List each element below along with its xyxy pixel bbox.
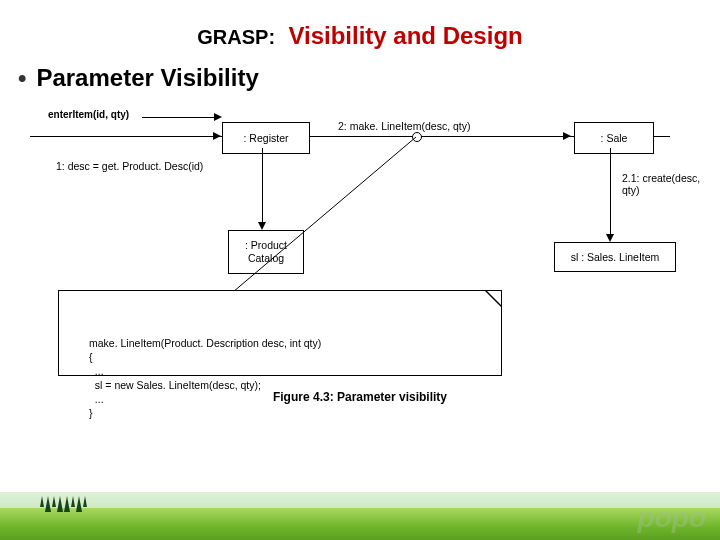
label-create: 2.1: create(desc, qty) xyxy=(622,172,702,196)
label-make: 2: make. LineItem(desc, qty) xyxy=(338,120,470,132)
note-code: make. LineItem(Product. Description desc… xyxy=(89,336,321,421)
title-main: Visibility and Design xyxy=(288,22,522,49)
object-sli: sl : Sales. LineItem xyxy=(554,242,676,272)
bullet-text: Parameter Visibility xyxy=(36,64,258,91)
dog-ear-mask xyxy=(487,291,501,305)
arrow-enter-stem xyxy=(142,117,216,118)
object-sale: : Sale xyxy=(574,122,654,154)
note-box: make. LineItem(Product. Description desc… xyxy=(58,290,502,376)
link-sale-sli xyxy=(610,148,611,240)
footer-trees-icon xyxy=(40,496,87,512)
figure-caption: Figure 4.3: Parameter visibility xyxy=(18,390,702,404)
arrow-make-head xyxy=(563,132,571,140)
footer-grass xyxy=(0,508,720,540)
object-sli-label: sl : Sales. LineItem xyxy=(571,251,660,264)
slide-title: GRASP: Visibility and Design xyxy=(0,22,720,50)
note-anchor-line xyxy=(233,134,433,294)
title-prefix: GRASP: xyxy=(197,26,275,48)
bullet-icon: • xyxy=(18,64,26,91)
arrow-enter xyxy=(213,132,221,140)
watermark: popo xyxy=(638,502,706,534)
object-sale-label: : Sale xyxy=(601,132,628,145)
collaboration-diagram: enterItem(id, qty) 2: make. LineItem(des… xyxy=(18,102,702,412)
label-enter: enterItem(id, qty) xyxy=(48,109,129,120)
label-desc: 1: desc = get. Product. Desc(id) xyxy=(56,160,203,172)
arrow-down-sli xyxy=(606,234,614,242)
arrow-enter-head xyxy=(214,113,222,121)
svg-line-0 xyxy=(233,137,416,292)
bullet-line: •Parameter Visibility xyxy=(18,64,259,92)
footer-sky xyxy=(0,492,720,508)
